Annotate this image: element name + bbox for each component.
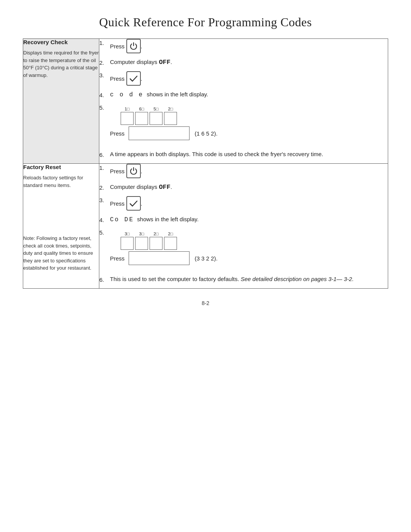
step-1-press-label: Press [110, 43, 126, 50]
recovery-check-desc: Displays time required for the fryer to … [23, 49, 99, 79]
step-3-press-label: Press [110, 75, 126, 82]
fr-step-2: 2. Computer displays OFF. [99, 184, 388, 191]
fr-key-3b-digit: 3□ [139, 232, 144, 236]
step-4-num: 4. [99, 91, 110, 98]
fr-step-2-content: Computer displays OFF. [110, 184, 388, 191]
fr-key-2a: 2□ [150, 232, 162, 250]
step-3: 3. Press . [99, 71, 388, 86]
press-code-1: (1 6 5 2). [195, 130, 218, 137]
factory-reset-title: Factory Reset [23, 164, 99, 170]
key-5-digit: 5□ [154, 107, 159, 111]
key-6-digit: 6□ [139, 107, 144, 111]
step-4: 4. c o d e shows in the left display. [99, 91, 388, 98]
fr-step-1-content: Press . [110, 164, 388, 178]
recovery-check-right: 1. Press . 2. [99, 39, 388, 164]
fr-key-3a-digit: 3□ [125, 232, 130, 236]
fr-key-2a-box [150, 237, 162, 250]
power-button-icon-1 [126, 39, 141, 53]
step-5-num: 5. [99, 104, 110, 111]
press-code-2: (3 3 2 2). [195, 255, 218, 262]
step-2-content: Computer displays OFF. [110, 59, 388, 66]
key-2-digit: 2□ [168, 107, 173, 111]
fr-step-6-num: 6. [99, 276, 110, 283]
fr-key-2b-box [164, 237, 177, 250]
code-display-2: Co DE [110, 216, 134, 223]
step-6-num: 6. [99, 151, 110, 158]
main-table: Recovery Check Displays time required fo… [23, 38, 388, 289]
step-6: 6. A time appears in both displays. This… [99, 151, 388, 158]
factory-reset-steps: 1. Press . 2. [99, 164, 388, 283]
recovery-check-title: Recovery Check [23, 39, 99, 45]
recovery-check-left: Recovery Check Displays time required fo… [23, 39, 99, 164]
fr-step-5-press-label: Press [110, 255, 126, 262]
off-display-1: OFF [159, 59, 170, 66]
fr-step-5-content: 3□ 3□ 2□ 2□ [110, 228, 388, 270]
fr-key-2a-digit: 2□ [154, 232, 159, 236]
key-6-box [135, 112, 148, 125]
factory-reset-desc1: Reloads factory settings for standard me… [23, 174, 99, 189]
recovery-check-row: Recovery Check Displays time required fo… [23, 39, 388, 164]
fr-step-4: 4. Co DE shows in the left display. [99, 216, 388, 223]
key-2-box [164, 112, 177, 125]
fr-key-3b: 3□ [135, 232, 148, 250]
factory-reset-left: Factory Reset Reloads factory settings f… [23, 164, 99, 289]
key-2: 2□ [164, 107, 177, 125]
press-bar-1 [129, 126, 190, 140]
press-cell-2 [129, 251, 190, 265]
step-1: 1. Press . [99, 39, 388, 53]
fr-step-5: 5. 3□ 3□ 2□ [99, 228, 388, 270]
code-display-1: c o d e [110, 91, 143, 98]
fr-step-6-italic: See detailed description on pages 3-1— 3… [241, 276, 354, 282]
factory-reset-desc2: Note: Following a factory reset, check a… [23, 235, 99, 272]
press-bar-row-1: Press (1 6 5 2). [110, 126, 388, 140]
step-1-content: Press . [110, 39, 388, 53]
check-button-icon-2 [126, 196, 141, 211]
step-3-period: . [141, 75, 142, 82]
fr-step-3-press-label: Press [110, 200, 126, 207]
step-5-content: 1□ 6□ 5□ 2□ [110, 104, 388, 145]
step-3-num: 3. [99, 71, 110, 78]
step-2: 2. Computer displays OFF. [99, 59, 388, 66]
step-2-num: 2. [99, 59, 110, 66]
fr-step-1-press-label: Press [110, 168, 126, 174]
fr-key-3a: 3□ [121, 232, 134, 250]
step-6-content: A time appears in both displays. This co… [110, 151, 388, 157]
keypad-row-1: 1□ 6□ 5□ 2□ [121, 107, 388, 125]
fr-step-2-num: 2. [99, 184, 110, 191]
key-5-box [150, 112, 162, 125]
key-6: 6□ [135, 107, 148, 125]
step-5-press-label: Press [110, 130, 126, 137]
fr-step-4-content: Co DE shows in the left display. [110, 216, 388, 223]
keypad-row-2: 3□ 3□ 2□ 2□ [121, 232, 388, 250]
fr-key-2b-digit: 2□ [168, 232, 173, 236]
fr-step-3-content: Press . [110, 196, 388, 211]
page-number: 8-2 [202, 300, 209, 306]
power-button-icon-2 [126, 164, 141, 178]
step-3-content: Press . [110, 71, 388, 86]
step-1-period: . [141, 43, 142, 50]
fr-step-3-num: 3. [99, 196, 110, 203]
page-title: Quick Reference For Programming Codes [99, 15, 312, 29]
step-4-content: c o d e shows in the left display. [110, 91, 388, 98]
fr-key-3b-box [135, 237, 148, 250]
fr-step-1: 1. Press . [99, 164, 388, 178]
fr-step-1-period: . [141, 168, 142, 174]
fr-step-6: 6. This is used to set the computer to f… [99, 276, 388, 283]
fr-step-5-num: 5. [99, 228, 110, 236]
fr-key-2b: 2□ [164, 232, 177, 250]
off-display-2: OFF [159, 184, 170, 191]
fr-step-1-num: 1. [99, 164, 110, 171]
recovery-check-steps: 1. Press . 2. [99, 39, 388, 158]
factory-reset-right: 1. Press . 2. [99, 164, 388, 289]
key-1-digit: 1□ [125, 107, 130, 111]
fr-step-3: 3. Press . [99, 196, 388, 211]
press-bar-2 [129, 251, 190, 265]
factory-reset-row: Factory Reset Reloads factory settings f… [23, 164, 388, 289]
fr-step-6-content: This is used to set the computer to fact… [110, 276, 388, 282]
key-1: 1□ [121, 107, 134, 125]
check-button-icon-1 [126, 71, 141, 86]
fr-key-3a-box [121, 237, 134, 250]
fr-step-4-num: 4. [99, 216, 110, 223]
press-cell-1 [129, 126, 190, 140]
press-bar-row-2: Press (3 3 2 2). [110, 251, 388, 265]
